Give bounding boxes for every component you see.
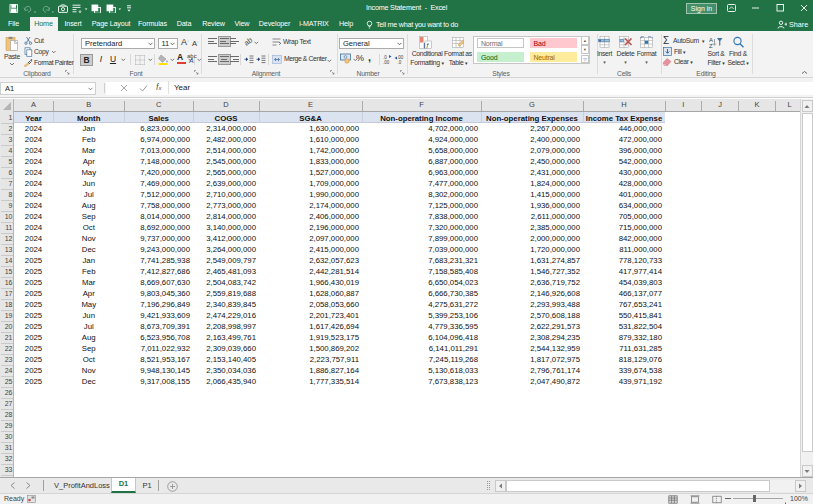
- svg-text:.0: .0: [398, 60, 402, 65]
- svg-text:.00: .00: [383, 60, 390, 65]
- svg-text:A: A: [709, 37, 713, 43]
- svg-text:Z: Z: [709, 43, 713, 49]
- svg-text:ƒ: ƒ: [426, 42, 429, 48]
